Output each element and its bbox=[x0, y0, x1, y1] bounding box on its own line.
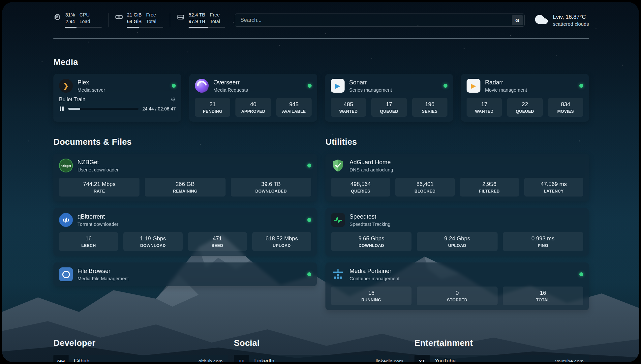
ram-total-label: Total bbox=[146, 18, 156, 24]
ram-free-label: Free bbox=[146, 12, 156, 18]
stat-box: 0 STOPPED bbox=[417, 287, 497, 305]
bookmark-url: youtube.com bbox=[555, 358, 584, 362]
disk-monitor: 52.4 TB Free 97.9 TB Total bbox=[177, 12, 225, 28]
stat-label: LEECH bbox=[61, 243, 116, 248]
stat-label: PENDING bbox=[197, 109, 228, 114]
disk-total-value: 97.9 TB bbox=[189, 18, 205, 24]
cpu-progress-bar bbox=[65, 27, 102, 28]
stat-value: 39.6 TB bbox=[233, 181, 309, 188]
bookmark-name: Github bbox=[74, 358, 89, 362]
section-title-social: Social bbox=[234, 338, 408, 348]
app-name: Speedtest bbox=[350, 213, 390, 221]
stat-box: 834 MOVIES bbox=[548, 98, 583, 117]
stat-value: 21 bbox=[197, 101, 228, 108]
section-title-utilities: Utilities bbox=[325, 137, 589, 147]
app-name: Media Portainer bbox=[350, 268, 400, 275]
cpu-monitor: 31% CPU 2.94 Load bbox=[53, 12, 102, 28]
overseerr-icon bbox=[195, 79, 209, 93]
cpu-usage-value: 31% bbox=[65, 12, 75, 18]
stat-value: 498,564 bbox=[333, 181, 388, 188]
utilities-column: Utilities AdGuard Home DNS and bbox=[325, 137, 589, 317]
app-subtitle: Speedtest Tracking bbox=[350, 222, 390, 227]
stat-box: 0.993 ms PING bbox=[503, 232, 583, 251]
pause-button[interactable] bbox=[59, 106, 64, 111]
stat-value: 17 bbox=[469, 101, 500, 108]
stat-label: FILTERED bbox=[462, 189, 517, 194]
plex-icon: ❯ bbox=[59, 79, 73, 93]
search-engine-button[interactable]: G bbox=[512, 15, 523, 25]
weather-widget[interactable]: Lviv, 16.87°C scattered clouds bbox=[534, 13, 589, 28]
disk-readout: 52.4 TB Free 97.9 TB Total bbox=[189, 12, 220, 24]
settings-gear-icon[interactable]: ⚙ bbox=[170, 97, 176, 103]
stat-label: DOWNLOAD bbox=[333, 243, 410, 248]
stat-box: 16 LEECH bbox=[59, 232, 118, 251]
stat-value: 266 GB bbox=[147, 181, 223, 188]
disk-icon bbox=[177, 13, 185, 22]
ram-monitor: 21 GiB Free 64 GiB Total bbox=[115, 12, 163, 28]
app-name: File Browser bbox=[77, 268, 129, 275]
ram-free-value: 21 GiB bbox=[127, 12, 141, 18]
stat-value: 86,401 bbox=[397, 181, 452, 188]
stat-value: 22 bbox=[509, 101, 540, 108]
stat-box: 618.52 Mbps UPLOAD bbox=[252, 232, 311, 251]
ram-progress-bar bbox=[127, 27, 163, 28]
stat-box: 485 WANTED bbox=[331, 98, 366, 117]
app-card-plex[interactable]: ❯ Plex Media server Bullet Train ⚙ 24:44… bbox=[53, 74, 181, 122]
app-card-filebrowser[interactable]: File Browser Media File Management bbox=[53, 262, 317, 286]
cpu-load-value: 2.94 bbox=[65, 18, 75, 24]
ram-total-value: 64 GiB bbox=[127, 18, 141, 24]
bookmarks-developer: Developer GH Github github.com SO StackO… bbox=[53, 338, 228, 362]
stat-box: 9.65 Gbps DOWNLOAD bbox=[331, 232, 412, 251]
disk-free-value: 52.4 TB bbox=[189, 12, 205, 18]
app-card-qbittorrent[interactable]: qb qBittorrent Torrent downloader 16 LEE… bbox=[53, 208, 317, 256]
stat-value: 9.24 Gbps bbox=[419, 235, 495, 242]
status-dot bbox=[307, 272, 311, 276]
monitor-divider bbox=[170, 13, 170, 27]
section-title-entertainment: Entertainment bbox=[414, 338, 589, 348]
stat-label: QUEUED bbox=[509, 109, 540, 114]
stat-box: 16 RUNNING bbox=[331, 287, 412, 305]
search-bar: G bbox=[235, 14, 525, 27]
app-name: Radarr bbox=[485, 79, 527, 86]
app-subtitle: Usenet downloader bbox=[77, 167, 119, 172]
playback-progress-bar[interactable] bbox=[68, 108, 138, 110]
app-card-nzbget[interactable]: nzbget NZBGet Usenet downloader 744.21 M… bbox=[53, 154, 317, 201]
app-name: Sonarr bbox=[349, 79, 392, 86]
stat-label: TOTAL bbox=[505, 298, 581, 302]
dashboard-content: 31% CPU 2.94 Load bbox=[2, 2, 639, 362]
bookmark-github[interactable]: GH Github github.com bbox=[53, 355, 228, 362]
bookmark-youtube[interactable]: YT YouTube youtube.com bbox=[414, 355, 589, 362]
stat-label: WANTED bbox=[333, 109, 364, 114]
app-card-radarr[interactable]: ▶ Radarr Movie management 17 WANTED 22 Q… bbox=[461, 74, 589, 122]
stat-value: 47.569 ms bbox=[526, 181, 581, 188]
system-monitors: 31% CPU 2.94 Load bbox=[53, 12, 225, 28]
stat-label: MOVIES bbox=[550, 109, 581, 114]
bookmark-url: linkedin.com bbox=[376, 358, 403, 362]
app-card-adguard[interactable]: AdGuard Home DNS and adblocking 498,564 … bbox=[325, 154, 589, 201]
stat-label: AVAILABLE bbox=[278, 109, 310, 114]
status-dot bbox=[443, 84, 447, 88]
bookmarks-social: Social LI LinkedIn linkedin.com TW Twitt… bbox=[234, 338, 408, 362]
stat-box: 47.569 ms LATENCY bbox=[524, 178, 583, 197]
stat-value: 834 bbox=[550, 101, 581, 108]
app-subtitle: Movie management bbox=[485, 87, 527, 93]
weather-location: Lviv, 16.87°C bbox=[553, 14, 589, 20]
ram-readout: 21 GiB Free 64 GiB Total bbox=[127, 12, 156, 24]
stat-label: SERIES bbox=[414, 109, 445, 114]
cpu-readout: 31% CPU 2.94 Load bbox=[65, 12, 90, 24]
app-card-overseerr[interactable]: Overseerr Media Requests 21 PENDING 40 A… bbox=[189, 74, 317, 122]
stat-value: 618.52 Mbps bbox=[254, 235, 309, 242]
section-title-media: Media bbox=[53, 57, 589, 67]
app-card-portainer[interactable]: Media Portainer Container management 16 … bbox=[325, 262, 589, 310]
stat-value: 945 bbox=[278, 101, 310, 108]
app-subtitle: Media server bbox=[77, 87, 105, 93]
app-card-speedtest[interactable]: Speedtest Speedtest Tracking 9.65 Gbps D… bbox=[325, 208, 589, 256]
disk-total-label: Total bbox=[210, 18, 220, 24]
app-card-sonarr[interactable]: ▶ Sonarr Series management 485 WANTED 17… bbox=[325, 74, 453, 122]
bookmark-linkedin[interactable]: LI LinkedIn linkedin.com bbox=[234, 355, 408, 362]
app-subtitle: Torrent downloader bbox=[77, 222, 118, 227]
search-input[interactable] bbox=[235, 14, 525, 27]
app-name: AdGuard Home bbox=[350, 159, 393, 166]
stat-value: 16 bbox=[505, 290, 581, 296]
stat-box: 945 AVAILABLE bbox=[276, 98, 312, 117]
